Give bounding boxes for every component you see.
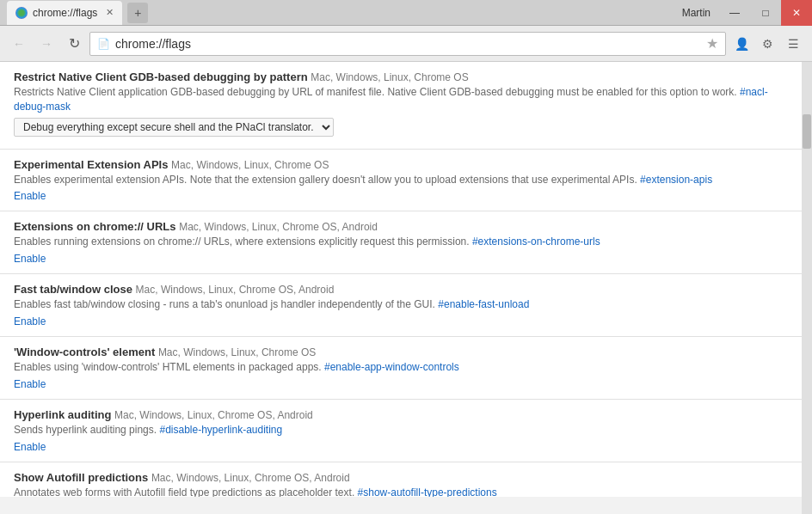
flag-desc-2: Enables running extensions on chrome:// … xyxy=(14,235,788,249)
flag-title-2: Extensions on chrome:// URLs Mac, Window… xyxy=(14,220,788,233)
flag-anchor-6[interactable]: #show-autofill-type-predictions xyxy=(358,486,497,497)
new-tab-button[interactable]: + xyxy=(127,3,148,23)
toolbar-icons: 👤 ⚙ ☰ xyxy=(729,32,805,56)
flag-enable-2[interactable]: Enable xyxy=(14,253,46,265)
tab-favicon xyxy=(15,7,28,19)
flag-desc-5: Sends hyperlink auditing pings. #disable… xyxy=(14,423,788,438)
flag-dropdown-0: Debug everything except secure shell and… xyxy=(14,118,788,137)
maximize-button[interactable]: □ xyxy=(750,0,781,26)
flag-item-extensions-on-chrome-urls: Extensions on chrome:// URLs Mac, Window… xyxy=(0,211,802,274)
flags-content: Restrict Native Client GDB-based debuggi… xyxy=(0,62,802,497)
toolbar: ← → ↻ 📄 chrome://flags ★ 👤 ⚙ ☰ xyxy=(0,26,812,62)
flag-item-restrict-native-client: Restrict Native Client GDB-based debuggi… xyxy=(0,62,802,150)
bookmark-star-icon[interactable]: ★ xyxy=(706,35,718,52)
flag-platform-4: Mac, Windows, Linux, Chrome OS xyxy=(158,346,316,358)
flag-platform-0: Mac, Windows, Linux, Chrome OS xyxy=(311,71,468,83)
extension-icon-1[interactable]: 👤 xyxy=(729,32,754,56)
flag-item-window-controls: 'Window-controls' element Mac, Windows, … xyxy=(0,337,802,400)
flag-item-fast-tab-close: Fast tab/window close Mac, Windows, Linu… xyxy=(0,274,802,337)
page-icon: 📄 xyxy=(97,38,110,50)
url-text: chrome://flags xyxy=(115,37,701,51)
titlebar: chrome://flags ✕ + Martin — □ ✕ xyxy=(0,0,812,26)
flag-item-show-autofill: Show Autofill predictions Mac, Windows, … xyxy=(0,462,802,497)
flag-desc-0: Restricts Native Client application GDB-… xyxy=(14,85,788,114)
tab-close-button[interactable]: ✕ xyxy=(106,7,114,18)
flag-desc-6: Annotates web forms with Autofill field … xyxy=(14,486,788,497)
scrollbar-thumb[interactable] xyxy=(803,114,811,149)
flag-anchor-5[interactable]: #disable-hyperlink-auditing xyxy=(159,424,282,436)
flag-title-6: Show Autofill predictions Mac, Windows, … xyxy=(14,471,788,484)
flag-anchor-2[interactable]: #extensions-on-chrome-urls xyxy=(472,236,600,248)
flag-enable-1[interactable]: Enable xyxy=(14,190,46,202)
active-tab[interactable]: chrome://flags ✕ xyxy=(7,1,122,25)
address-bar[interactable]: 📄 chrome://flags ★ xyxy=(89,32,726,56)
flag-platform-2: Mac, Windows, Linux, Chrome OS, Android xyxy=(179,221,378,233)
titlebar-right: Martin — □ ✕ xyxy=(674,0,812,26)
refresh-button[interactable]: ↻ xyxy=(62,32,86,56)
flag-anchor-1[interactable]: #extension-apis xyxy=(640,174,712,186)
flag-title-restrict-native-client: Restrict Native Client GDB-based debuggi… xyxy=(14,70,788,83)
flag-platform-6: Mac, Windows, Linux, Chrome OS, Android xyxy=(151,472,350,484)
flag-anchor-3[interactable]: #enable-fast-unload xyxy=(438,298,529,310)
flag-anchor-4[interactable]: #enable-app-window-controls xyxy=(324,361,459,373)
flag-desc-3: Enables fast tab/window closing - runs a… xyxy=(14,297,788,312)
menu-button[interactable]: ☰ xyxy=(781,32,805,56)
close-button[interactable]: ✕ xyxy=(781,0,812,26)
back-button[interactable]: ← xyxy=(7,32,31,56)
flag-platform-1: Mac, Windows, Linux, Chrome OS xyxy=(171,159,329,171)
content-area: Restrict Native Client GDB-based debuggi… xyxy=(0,62,802,514)
scrollbar-track[interactable] xyxy=(802,62,812,514)
flag-enable-5[interactable]: Enable xyxy=(14,441,46,453)
flag-enable-3[interactable]: Enable xyxy=(14,315,46,327)
flag-item-hyperlink-auditing: Hyperlink auditing Mac, Windows, Linux, … xyxy=(0,400,802,462)
forward-button[interactable]: → xyxy=(34,32,58,56)
titlebar-left: chrome://flags ✕ + xyxy=(7,1,148,25)
flag-item-experimental-extension-apis: Experimental Extension APIs Mac, Windows… xyxy=(0,150,802,212)
minimize-button[interactable]: — xyxy=(719,0,750,26)
tab-label: chrome://flags xyxy=(33,7,97,19)
flag-desc-4: Enables using 'window-controls' HTML ele… xyxy=(14,360,788,375)
flag-platform-3: Mac, Windows, Linux, Chrome OS, Android xyxy=(136,284,335,296)
flag-enable-4[interactable]: Enable xyxy=(14,378,46,390)
flag-select-0[interactable]: Debug everything except secure shell and… xyxy=(14,118,334,137)
extension-icon-2[interactable]: ⚙ xyxy=(755,32,779,56)
flag-title-1: Experimental Extension APIs Mac, Windows… xyxy=(14,158,788,171)
user-name: Martin xyxy=(674,7,719,19)
flag-desc-1: Enables experimental extension APIs. Not… xyxy=(14,173,788,187)
flags-list: Restrict Native Client GDB-based debuggi… xyxy=(0,62,802,497)
flag-platform-5: Mac, Windows, Linux, Chrome OS, Android xyxy=(114,409,313,421)
flag-title-3: Fast tab/window close Mac, Windows, Linu… xyxy=(14,283,788,296)
flag-title-4: 'Window-controls' element Mac, Windows, … xyxy=(14,346,788,358)
flag-title-5: Hyperlink auditing Mac, Windows, Linux, … xyxy=(14,408,788,421)
main-area: Restrict Native Client GDB-based debuggi… xyxy=(0,62,812,514)
